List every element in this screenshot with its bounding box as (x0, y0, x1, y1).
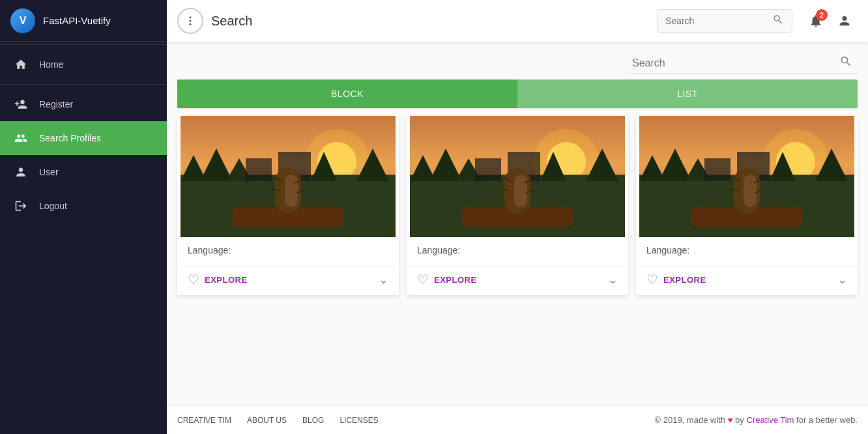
logout-icon (13, 198, 29, 214)
footer-copyright: © 2019, made with ♥ by Creative Tim for … (655, 415, 858, 425)
svg-rect-34 (514, 175, 527, 207)
secondary-search-input[interactable] (632, 57, 839, 69)
home-icon (13, 57, 29, 72)
svg-rect-48 (704, 158, 731, 181)
footer-link-licenses[interactable]: LICENSES (340, 416, 378, 425)
explore-button[interactable]: EXPLORE (663, 275, 706, 285)
person-add-icon (13, 96, 29, 112)
svg-point-0 (190, 16, 192, 18)
footer-link-blog[interactable]: BLOG (302, 416, 324, 425)
user-avatar-button[interactable] (832, 8, 858, 34)
secondary-search-container (627, 52, 858, 74)
search-icon[interactable] (772, 14, 784, 28)
search-bar-row (177, 42, 858, 80)
footer-link-about-us[interactable]: ABOUT US (247, 416, 287, 425)
tab-list[interactable]: LIST (517, 80, 858, 108)
sidebar-item-label: Search Profiles (39, 133, 101, 143)
card-body: Language: (636, 237, 858, 266)
footer-links: CREATIVE TIM ABOUT US BLOG LICENSES (177, 416, 379, 425)
svg-point-1 (190, 20, 192, 22)
svg-rect-52 (744, 175, 757, 207)
explore-button[interactable]: EXPLORE (434, 275, 477, 285)
sidebar-divider-2 (0, 84, 167, 85)
page-title: Search (211, 14, 657, 29)
people-icon (13, 130, 29, 146)
app-title: FastAPI-Vuetify (43, 15, 111, 26)
app-logo: V (10, 8, 35, 33)
sidebar-header: V FastAPI-Vuetify (0, 0, 167, 42)
sidebar: V FastAPI-Vuetify Home Register Search P… (0, 0, 167, 434)
card-body: Language: (177, 237, 399, 266)
card-image (407, 116, 628, 237)
sidebar-item-search-profiles[interactable]: Search Profiles (0, 121, 167, 155)
content-area: BLOCK LIST (167, 42, 868, 405)
heart-button[interactable]: ♡ (646, 272, 658, 287)
sidebar-item-user[interactable]: User (0, 155, 167, 189)
main-content: Search 2 BLOCK L (167, 0, 868, 434)
sidebar-item-label: User (39, 167, 59, 177)
profile-card: Language: ♡ EXPLORE ⌄ (407, 116, 628, 295)
svg-rect-12 (246, 158, 272, 181)
card-language-label: Language: (646, 245, 847, 255)
notification-badge: 2 (816, 9, 828, 21)
svg-rect-16 (285, 175, 298, 207)
heart-icon: ♥ (728, 415, 733, 425)
cards-grid: Language: ♡ EXPLORE ⌄ (177, 116, 858, 295)
person-icon (13, 164, 29, 180)
chevron-down-icon[interactable]: ⌄ (837, 272, 847, 287)
footer: CREATIVE TIM ABOUT US BLOG LICENSES © 20… (167, 405, 868, 434)
sidebar-item-logout[interactable]: Logout (0, 189, 167, 223)
footer-link-creative-tim[interactable]: CREATIVE TIM (177, 416, 231, 425)
card-image (636, 116, 858, 237)
card-image (177, 116, 399, 237)
topbar-search-container (657, 9, 792, 33)
svg-point-2 (190, 23, 192, 25)
menu-button[interactable] (177, 8, 203, 34)
heart-button[interactable]: ♡ (188, 272, 199, 287)
chevron-down-icon[interactable]: ⌄ (379, 272, 388, 287)
heart-button[interactable]: ♡ (417, 272, 429, 287)
creative-tim-link[interactable]: Creative Tim (746, 415, 794, 425)
topbar: Search 2 (167, 0, 868, 42)
svg-rect-30 (475, 158, 501, 181)
topbar-search-input[interactable] (665, 16, 770, 26)
card-actions: ♡ EXPLORE ⌄ (177, 266, 399, 295)
sidebar-item-home[interactable]: Home (0, 48, 167, 81)
sidebar-item-label: Logout (39, 201, 67, 211)
profile-card: Language: ♡ EXPLORE ⌄ (636, 116, 858, 295)
sidebar-item-register[interactable]: Register (0, 87, 167, 121)
secondary-search-icon[interactable] (839, 55, 852, 71)
profile-card: Language: ♡ EXPLORE ⌄ (177, 116, 399, 295)
card-body: Language: (407, 237, 628, 266)
view-tabs: BLOCK LIST (177, 80, 858, 108)
card-language-label: Language: (417, 245, 618, 255)
sidebar-item-label: Register (39, 99, 73, 109)
card-actions: ♡ EXPLORE ⌄ (407, 266, 628, 295)
chevron-down-icon[interactable]: ⌄ (608, 272, 618, 287)
tab-block[interactable]: BLOCK (177, 80, 517, 108)
card-actions: ♡ EXPLORE ⌄ (636, 266, 858, 295)
sidebar-divider (0, 44, 167, 45)
explore-button[interactable]: EXPLORE (205, 275, 248, 285)
sidebar-item-label: Home (39, 59, 63, 70)
notification-button[interactable]: 2 (803, 8, 829, 34)
card-language-label: Language: (188, 245, 388, 255)
